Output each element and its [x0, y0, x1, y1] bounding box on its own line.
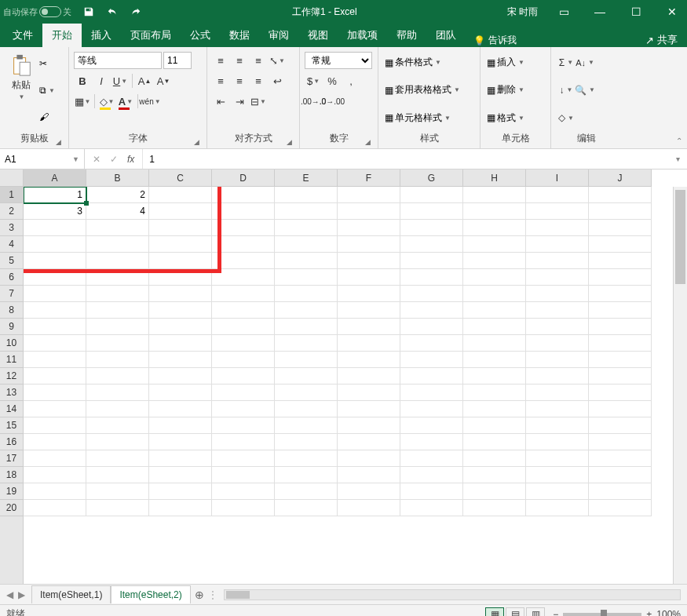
col-header-D[interactable]: D [212, 169, 275, 186]
sheet-add-button[interactable]: ⊕ [191, 589, 208, 601]
align-middle-button[interactable]: ≡ [231, 52, 248, 69]
cell-I16[interactable] [526, 434, 589, 450]
cell-E11[interactable] [275, 352, 338, 368]
cell-J14[interactable] [589, 401, 652, 417]
cell-A10[interactable] [24, 335, 86, 352]
cell-A13[interactable] [24, 385, 86, 401]
cell-I14[interactable] [526, 401, 589, 417]
row-header-4[interactable]: 4 [0, 236, 23, 253]
tab-layout[interactable]: 页面布局 [121, 24, 181, 47]
cell-C18[interactable] [149, 467, 212, 483]
cell-B6[interactable] [86, 269, 149, 286]
cell-H17[interactable] [463, 450, 526, 467]
cell-I18[interactable] [526, 467, 589, 483]
tab-help[interactable]: 帮助 [387, 24, 426, 47]
cell-D20[interactable] [212, 500, 275, 516]
row-header-9[interactable]: 9 [0, 319, 23, 335]
cell-D19[interactable] [212, 483, 275, 500]
cell-A17[interactable] [24, 450, 86, 467]
cell-D15[interactable] [212, 417, 275, 434]
minimize-icon[interactable]: ― [588, 0, 612, 24]
row-header-6[interactable]: 6 [0, 269, 23, 286]
cell-G10[interactable] [400, 335, 463, 352]
tab-review[interactable]: 审阅 [259, 24, 298, 47]
vertical-scrollbar[interactable] [673, 187, 687, 584]
cell-C17[interactable] [149, 450, 212, 467]
cell-A18[interactable] [24, 467, 86, 483]
cell-I10[interactable] [526, 335, 589, 352]
border-button[interactable]: ▦▼ [74, 93, 91, 110]
merge-button[interactable]: ⊟▼ [250, 93, 267, 110]
clear-button[interactable]: ◇▼ [557, 109, 575, 126]
cell-C11[interactable] [149, 352, 212, 368]
horizontal-scrollbar[interactable] [224, 589, 681, 600]
row-header-17[interactable]: 17 [0, 450, 23, 467]
redo-icon[interactable] [130, 5, 142, 18]
cell-D8[interactable] [212, 302, 275, 319]
cell-A4[interactable] [24, 236, 86, 253]
cell-F16[interactable] [338, 434, 400, 450]
cell-J2[interactable] [589, 203, 652, 220]
cell-B10[interactable] [86, 335, 149, 352]
cell-C19[interactable] [149, 483, 212, 500]
row-header-14[interactable]: 14 [0, 401, 23, 417]
cell-J1[interactable] [589, 187, 652, 203]
cell-H20[interactable] [463, 500, 526, 516]
cell-B19[interactable] [86, 483, 149, 500]
cell-F20[interactable] [338, 500, 400, 516]
align-bottom-button[interactable]: ≡ [250, 52, 267, 69]
paste-button[interactable]: 粘贴 ▼ [5, 50, 38, 130]
cell-I1[interactable] [526, 187, 589, 203]
cell-D13[interactable] [212, 385, 275, 401]
cell-B18[interactable] [86, 467, 149, 483]
cell-D7[interactable] [212, 286, 275, 302]
enter-formula-icon[interactable]: ✓ [110, 154, 118, 165]
cell-I5[interactable] [526, 253, 589, 269]
cell-F9[interactable] [338, 319, 400, 335]
cell-I3[interactable] [526, 220, 589, 236]
cell-J13[interactable] [589, 385, 652, 401]
zoom-level[interactable]: 100% [656, 609, 681, 617]
maximize-icon[interactable]: ☐ [624, 0, 648, 24]
col-header-A[interactable]: A [24, 169, 86, 186]
cell-E6[interactable] [275, 269, 338, 286]
cell-I2[interactable] [526, 203, 589, 220]
cell-D1[interactable] [212, 187, 275, 203]
ribbon-options-icon[interactable]: ▭ [552, 0, 576, 24]
cell-D12[interactable] [212, 368, 275, 385]
tab-home[interactable]: 开始 [42, 24, 82, 47]
bold-button[interactable]: B [74, 72, 91, 89]
cell-E15[interactable] [275, 417, 338, 434]
cell-C4[interactable] [149, 236, 212, 253]
row-header-2[interactable]: 2 [0, 203, 23, 220]
table-format-button[interactable]: ▦ 套用表格格式▼ [385, 83, 460, 97]
cell-G4[interactable] [400, 236, 463, 253]
cell-I15[interactable] [526, 417, 589, 434]
cell-A11[interactable] [24, 352, 86, 368]
cell-B9[interactable] [86, 319, 149, 335]
row-header-13[interactable]: 13 [0, 385, 23, 401]
row-header-10[interactable]: 10 [0, 335, 23, 352]
number-launcher[interactable]: ◢ [364, 138, 371, 146]
cell-D10[interactable] [212, 335, 275, 352]
cell-I13[interactable] [526, 385, 589, 401]
row-header-15[interactable]: 15 [0, 417, 23, 434]
cell-D2[interactable] [212, 203, 275, 220]
cell-E8[interactable] [275, 302, 338, 319]
cell-F18[interactable] [338, 467, 400, 483]
cell-J6[interactable] [589, 269, 652, 286]
cell-F7[interactable] [338, 286, 400, 302]
cell-C14[interactable] [149, 401, 212, 417]
col-header-J[interactable]: J [589, 169, 652, 186]
cell-G19[interactable] [400, 483, 463, 500]
cell-E12[interactable] [275, 368, 338, 385]
cell-H7[interactable] [463, 286, 526, 302]
font-size-select[interactable] [163, 52, 192, 69]
cell-B11[interactable] [86, 352, 149, 368]
cell-C6[interactable] [149, 269, 212, 286]
cell-style-button[interactable]: ▦ 单元格样式▼ [385, 111, 460, 125]
cell-G20[interactable] [400, 500, 463, 516]
cell-A9[interactable] [24, 319, 86, 335]
cell-J9[interactable] [589, 319, 652, 335]
cell-B1[interactable]: 2 [86, 187, 149, 203]
